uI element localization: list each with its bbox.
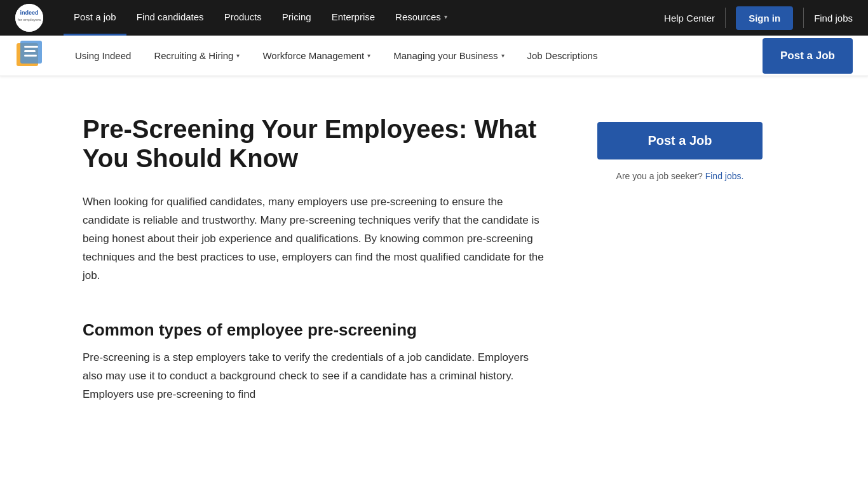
sidebar: Post a Job Are you a job seeker? Find jo… [597, 114, 763, 404]
find-jobs-top-link[interactable]: Find jobs [814, 13, 853, 24]
nav-pricing[interactable]: Pricing [272, 0, 322, 36]
svg-rect-5 [24, 46, 38, 48]
top-nav-links: Post a job Find candidates Products Pric… [64, 0, 664, 36]
svg-text:indeed: indeed [20, 10, 38, 16]
nav-divider-2 [803, 8, 804, 28]
sec-nav-recruiting-hiring[interactable]: Recruiting & Hiring ▾ [142, 36, 251, 76]
sec-nav-managing-business[interactable]: Managing your Business ▾ [382, 36, 515, 76]
nav-resources[interactable]: Resources ▾ [385, 0, 458, 36]
svg-rect-7 [24, 55, 37, 57]
section1-title: Common types of employee pre-screening [83, 320, 546, 340]
secondary-navigation: Using Indeed Recruiting & Hiring ▾ Workf… [0, 36, 868, 76]
sec-nav-workforce-management[interactable]: Workforce Management ▾ [251, 36, 382, 76]
recruiting-hiring-label: Recruiting & Hiring [154, 50, 233, 61]
article-content: Pre-Screening Your Employees: What You S… [83, 114, 546, 404]
nav-divider [725, 8, 726, 28]
sec-nav-using-indeed[interactable]: Using Indeed [64, 36, 142, 76]
job-seeker-text: Are you a job seeker? Find jobs. [597, 171, 763, 181]
svg-rect-6 [24, 50, 36, 52]
post-job-button-secondary[interactable]: Post a Job [763, 38, 853, 74]
nav-products[interactable]: Products [214, 0, 272, 36]
secondary-logo[interactable] [15, 38, 48, 74]
help-center-link[interactable]: Help Center [664, 13, 715, 24]
workforce-management-label: Workforce Management [262, 50, 364, 61]
secondary-nav-links: Using Indeed Recruiting & Hiring ▾ Workf… [64, 36, 763, 76]
nav-post-job[interactable]: Post a job [64, 0, 126, 36]
svg-text:for employers: for employers [18, 18, 41, 22]
job-seeker-label: Are you a job seeker? [616, 171, 703, 181]
logo-icon: indeed for employers [15, 4, 43, 32]
nav-enterprise[interactable]: Enterprise [322, 0, 385, 36]
workforce-chevron-icon: ▾ [367, 52, 370, 59]
top-navigation: indeed for employers Post a job Find can… [0, 0, 868, 36]
sign-in-button[interactable]: Sign in [736, 6, 793, 30]
employer-logo-icon [15, 38, 48, 71]
article-intro-paragraph: When looking for qualified candidates, m… [83, 193, 546, 285]
find-jobs-sidebar-link[interactable]: Find jobs. [705, 171, 744, 181]
article-title: Pre-Screening Your Employees: What You S… [83, 114, 546, 173]
managing-business-chevron-icon: ▾ [501, 52, 505, 59]
sec-nav-job-descriptions[interactable]: Job Descriptions [516, 36, 609, 76]
recruiting-hiring-chevron-icon: ▾ [236, 52, 240, 59]
nav-find-candidates[interactable]: Find candidates [126, 0, 214, 36]
post-job-button-sidebar[interactable]: Post a Job [597, 122, 763, 159]
main-content: Pre-Screening Your Employees: What You S… [0, 76, 868, 442]
top-nav-right: Help Center Sign in Find jobs [664, 6, 853, 30]
managing-business-label: Managing your Business [393, 50, 498, 61]
section1-body: Pre-screening is a step employers take t… [83, 349, 546, 404]
resources-label: Resources [395, 11, 441, 22]
indeed-logo[interactable]: indeed for employers [15, 4, 43, 32]
resources-chevron-icon: ▾ [444, 13, 447, 20]
